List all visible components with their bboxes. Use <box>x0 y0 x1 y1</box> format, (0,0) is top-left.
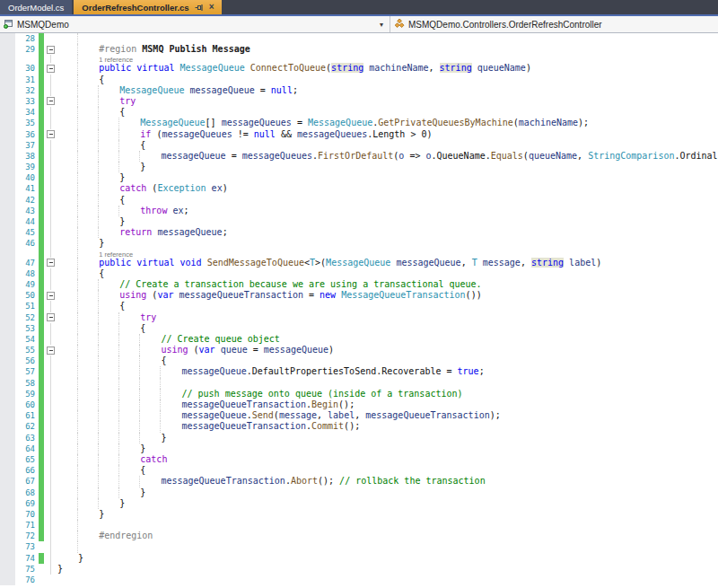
code-line[interactable]: 41 catch (Exception ex) <box>0 183 718 194</box>
code-line[interactable]: 42 { <box>0 195 718 206</box>
breakpoint-margin[interactable] <box>0 216 15 227</box>
breakpoint-margin[interactable] <box>0 312 15 323</box>
code-line[interactable]: 49 // Create a transaction because we ar… <box>0 279 718 290</box>
code-line[interactable]: 67 messageQueueTransaction.Abort(); // r… <box>0 476 718 487</box>
collapse-box[interactable] <box>47 292 55 300</box>
breakpoint-margin[interactable] <box>0 195 15 206</box>
breakpoint-margin[interactable] <box>0 238 15 249</box>
collapse-box[interactable] <box>47 65 55 73</box>
code-line[interactable]: 65 catch <box>0 454 718 465</box>
code-line[interactable]: 71 <box>0 520 718 531</box>
code-line[interactable]: 31 { <box>0 75 718 85</box>
breakpoint-margin[interactable] <box>0 323 15 334</box>
collapse-box[interactable] <box>47 313 55 321</box>
code-line[interactable]: 35 MessageQueue[] messageQueues = Messag… <box>0 118 718 128</box>
breakpoint-margin[interactable] <box>0 268 15 279</box>
code-line[interactable]: 30 public virtual MessageQueue ConnectTo… <box>0 63 718 74</box>
code-line[interactable]: 38 messageQueue = messageQueues.FirstOrD… <box>0 151 718 162</box>
breakpoint-margin[interactable] <box>0 162 15 172</box>
breakpoint-margin[interactable] <box>0 63 15 74</box>
breakpoint-margin[interactable] <box>0 355 15 366</box>
breakpoint-margin[interactable] <box>0 250 15 258</box>
code-line[interactable]: 75} <box>0 564 718 575</box>
code-line[interactable]: 56 { <box>0 355 718 366</box>
code-line[interactable]: 55 using (var queue = messageQueue) <box>0 345 718 355</box>
breakpoint-margin[interactable] <box>0 290 15 301</box>
breakpoint-margin[interactable] <box>0 206 15 216</box>
breakpoint-margin[interactable] <box>0 399 15 410</box>
breakpoint-margin[interactable] <box>0 33 15 44</box>
collapse-box[interactable] <box>47 130 55 138</box>
code-line[interactable]: 50 using (var messageQueueTransaction = … <box>0 290 718 301</box>
code-line[interactable]: 53 { <box>0 323 718 334</box>
breakpoint-margin[interactable] <box>0 433 15 443</box>
collapse-box[interactable] <box>47 259 55 267</box>
breakpoint-margin[interactable] <box>0 118 15 128</box>
code-line[interactable]: 29 #region MSMQ Publish Message <box>0 44 718 55</box>
breakpoint-margin[interactable] <box>0 44 15 55</box>
codelens-line[interactable]: 1 reference <box>0 55 718 63</box>
breakpoint-margin[interactable] <box>0 366 15 377</box>
project-dropdown[interactable]: MSMQDemo ▾ <box>0 16 390 32</box>
collapse-box[interactable] <box>47 97 55 105</box>
code-line[interactable]: 74 } <box>0 553 718 564</box>
code-line[interactable]: 62 messageQueueTransaction.Commit(); <box>0 421 718 432</box>
chevron-down-icon[interactable]: ▾ <box>380 21 390 29</box>
code-line[interactable]: 68 } <box>0 487 718 498</box>
code-line[interactable]: 37 { <box>0 140 718 151</box>
breakpoint-margin[interactable] <box>0 389 15 399</box>
breakpoint-margin[interactable] <box>0 55 15 63</box>
breakpoint-margin[interactable] <box>0 345 15 355</box>
breakpoint-margin[interactable] <box>0 151 15 162</box>
breakpoint-margin[interactable] <box>0 96 15 107</box>
code-line[interactable]: 40 } <box>0 172 718 183</box>
code-line[interactable]: 47 public virtual void SendMessageToQueu… <box>0 258 718 268</box>
breakpoint-margin[interactable] <box>0 509 15 520</box>
breakpoint-margin[interactable] <box>0 279 15 290</box>
code-line[interactable]: 34 { <box>0 107 718 118</box>
breakpoint-margin[interactable] <box>0 421 15 432</box>
breakpoint-margin[interactable] <box>0 172 15 183</box>
code-line[interactable]: 44 } <box>0 216 718 227</box>
code-line[interactable]: 60 messageQueueTransaction.Begin(); <box>0 399 718 410</box>
breakpoint-margin[interactable] <box>0 553 15 564</box>
code-line[interactable]: 63 } <box>0 433 718 443</box>
breakpoint-margin[interactable] <box>0 541 15 552</box>
breakpoint-margin[interactable] <box>0 378 15 389</box>
breakpoint-margin[interactable] <box>0 107 15 118</box>
tab-ordermodel[interactable]: OrderModel.cs <box>0 0 72 14</box>
breakpoint-margin[interactable] <box>0 75 15 85</box>
code-line[interactable]: 73 <box>0 541 718 552</box>
breakpoint-margin[interactable] <box>0 140 15 151</box>
code-line[interactable]: 61 messageQueue.Send(message, label, mes… <box>0 410 718 421</box>
breakpoint-margin[interactable] <box>0 443 15 454</box>
code-line[interactable]: 59 // push message onto queue (inside of… <box>0 389 718 399</box>
breakpoint-margin[interactable] <box>0 85 15 96</box>
code-line[interactable]: 57 messageQueue.DefaultPropertiesToSend.… <box>0 366 718 377</box>
code-line[interactable]: 51 { <box>0 301 718 312</box>
breakpoint-margin[interactable] <box>0 564 15 575</box>
breakpoint-margin[interactable] <box>0 476 15 487</box>
breakpoint-margin[interactable] <box>0 183 15 194</box>
code-line[interactable]: 39 } <box>0 162 718 172</box>
code-line[interactable]: 45 return messageQueue; <box>0 227 718 238</box>
breakpoint-margin[interactable] <box>0 301 15 312</box>
code-line[interactable]: 32 MessageQueue messageQueue = null; <box>0 85 718 96</box>
code-line[interactable]: 46 } <box>0 238 718 249</box>
code-line[interactable]: 66 { <box>0 465 718 476</box>
breakpoint-margin[interactable] <box>0 334 15 345</box>
breakpoint-margin[interactable] <box>0 454 15 465</box>
breakpoint-margin[interactable] <box>0 410 15 421</box>
code-line[interactable]: 36 if (messageQueues != null && messageQ… <box>0 129 718 140</box>
breakpoint-margin[interactable] <box>0 258 15 268</box>
code-line[interactable]: 58 <box>0 378 718 389</box>
breakpoint-margin[interactable] <box>0 498 15 509</box>
code-editor[interactable]: 28 29 #region MSMQ Publish Message 1 ref… <box>0 33 718 588</box>
code-line[interactable]: 64 } <box>0 443 718 454</box>
code-line[interactable]: 54 // Create queue object <box>0 334 718 345</box>
breakpoint-margin[interactable] <box>0 129 15 140</box>
close-icon[interactable]: × <box>209 3 215 12</box>
breakpoint-margin[interactable] <box>0 531 15 541</box>
code-line[interactable]: 52 try <box>0 312 718 323</box>
code-line[interactable]: 72 #endregion <box>0 531 718 541</box>
